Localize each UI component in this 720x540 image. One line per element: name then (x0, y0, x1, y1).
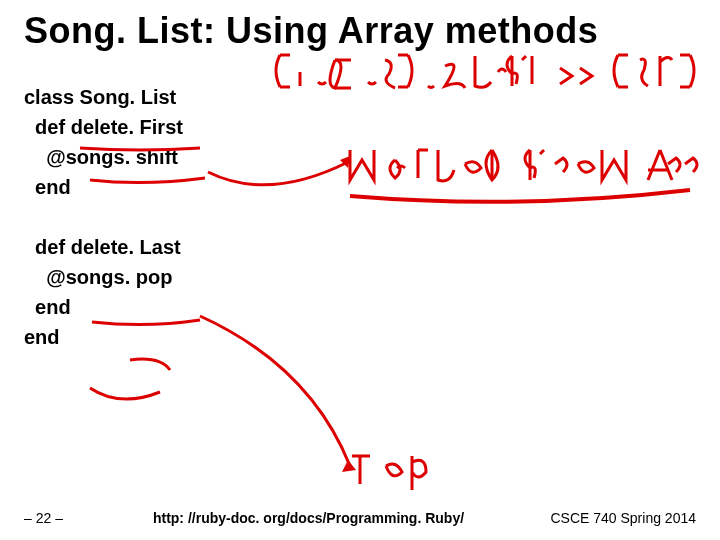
slide: Song. List: Using Array methods class So… (0, 0, 720, 540)
page-title: Song. List: Using Array methods (24, 10, 696, 52)
footer: – 22 – http: //ruby-doc. org/docs/Progra… (0, 510, 720, 526)
page-number: – 22 – (24, 510, 63, 526)
code-block: class Song. List def delete. First @song… (24, 82, 696, 352)
course-label: CSCE 740 Spring 2014 (550, 510, 696, 526)
footer-url: http: //ruby-doc. org/docs/Programming. … (153, 510, 464, 526)
